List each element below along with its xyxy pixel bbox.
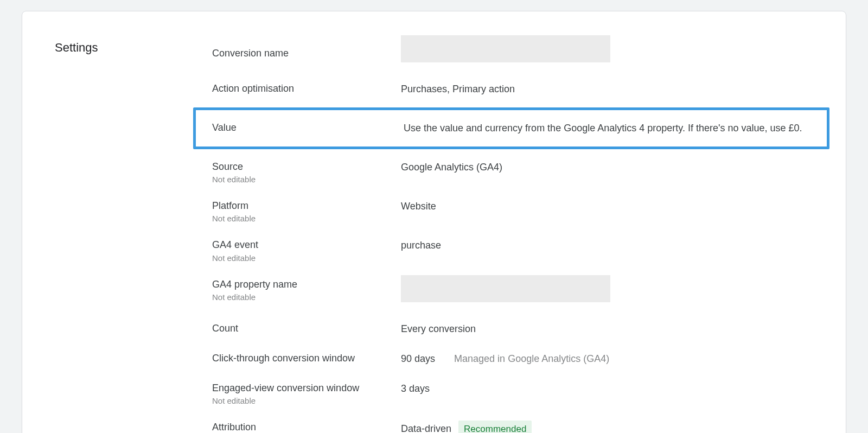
row-conversion-name[interactable]: Conversion name	[212, 33, 813, 74]
settings-left-column: Settings	[55, 33, 190, 433]
value-count: Every conversion	[401, 322, 813, 336]
row-ga4-event: GA4 event Not editable purchase	[212, 231, 813, 270]
row-engaged-view: Engaged-view conversion window Not edita…	[212, 374, 813, 413]
label-action-optimisation: Action optimisation	[212, 82, 401, 95]
value-platform: Website	[401, 199, 813, 214]
value-click-through: 90 days	[401, 353, 435, 364]
label-platform: Platform	[212, 199, 401, 213]
row-count[interactable]: Count Every conversion	[212, 314, 813, 344]
row-platform: Platform Not editable Website	[212, 192, 813, 231]
redacted-ga4-property	[401, 275, 610, 302]
row-click-through[interactable]: Click-through conversion window 90 days …	[212, 344, 813, 374]
value-engaged-view: 3 days	[401, 381, 813, 396]
value-value: Use the value and currency from the Goog…	[404, 121, 810, 136]
note-click-through: Managed in Google Analytics (GA4)	[454, 353, 609, 364]
row-action-optimisation[interactable]: Action optimisation Purchases, Primary a…	[212, 74, 813, 104]
settings-right-column: Conversion name Action optimisation Purc…	[212, 33, 813, 433]
value-source: Google Analytics (GA4)	[401, 160, 813, 175]
sub-source: Not editable	[212, 175, 401, 184]
row-source: Source Not editable Google Analytics (GA…	[212, 152, 813, 192]
row-ga4-property: GA4 property name Not editable	[212, 270, 813, 314]
label-engaged-view: Engaged-view conversion window	[212, 381, 401, 395]
sub-engaged-view: Not editable	[212, 396, 401, 405]
label-ga4-property: GA4 property name	[212, 278, 401, 291]
badge-recommended: Recommended	[458, 421, 532, 433]
label-value: Value	[212, 121, 404, 135]
sub-ga4-event: Not editable	[212, 253, 401, 263]
value-ga4-event: purchase	[401, 238, 813, 253]
label-conversion-name: Conversion name	[212, 47, 401, 60]
row-value-highlighted[interactable]: Value Use the value and currency from th…	[193, 107, 829, 149]
label-count: Count	[212, 322, 401, 335]
row-attribution[interactable]: Attribution Data-driven Recommended Paid…	[212, 413, 813, 433]
value-attribution: Data-driven	[401, 423, 451, 433]
sub-platform: Not editable	[212, 214, 401, 223]
sub-ga4-property: Not editable	[212, 292, 401, 302]
label-click-through: Click-through conversion window	[212, 352, 401, 365]
settings-card: Settings Conversion name Action optimisa…	[22, 11, 846, 433]
settings-content: Settings Conversion name Action optimisa…	[55, 33, 813, 433]
redacted-conversion-name	[401, 35, 610, 62]
label-ga4-event: GA4 event	[212, 238, 401, 252]
label-source: Source	[212, 160, 401, 174]
label-attribution: Attribution	[212, 421, 401, 433]
value-action-optimisation: Purchases, Primary action	[401, 82, 813, 97]
section-title: Settings	[55, 33, 190, 55]
